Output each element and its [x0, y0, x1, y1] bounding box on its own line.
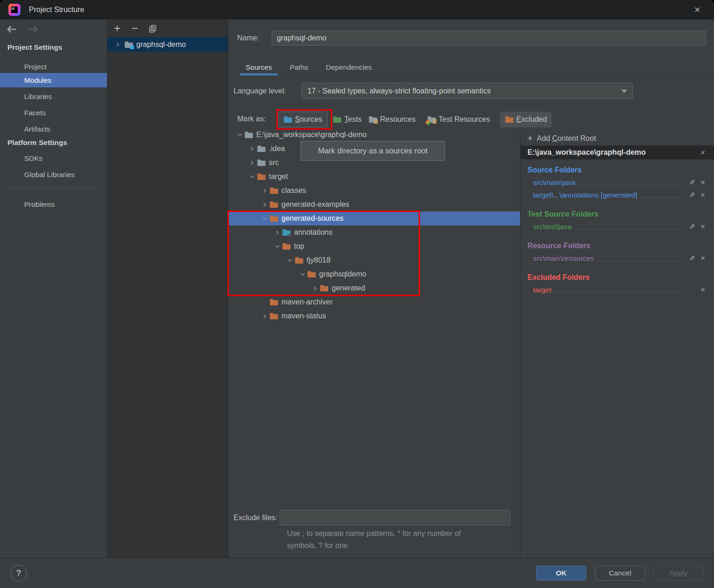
- sidebar-item-facets[interactable]: Facets: [0, 106, 107, 120]
- folder-icon: [269, 200, 279, 209]
- ok-button[interactable]: OK: [536, 566, 586, 581]
- sidebar-item-problems[interactable]: Problems: [0, 197, 107, 211]
- module-editor-panel: Name: Sources Paths Dependencies Languag…: [228, 20, 714, 558]
- content-roots-panel: + Add Content Root E:\java_workspace\gra…: [520, 132, 714, 558]
- folder-entry[interactable]: target\...\annotations [generated] ✎ ✕: [520, 189, 714, 201]
- sidebar-item-global-libraries[interactable]: Global Libraries: [0, 167, 107, 182]
- title-bar: IJ Project Structure ✕: [0, 0, 714, 20]
- folder-entry[interactable]: src\test\java ✎ ✕: [520, 220, 714, 233]
- apply-button: Apply: [653, 566, 704, 581]
- sidebar-item-artifacts[interactable]: Artifacts: [0, 122, 107, 136]
- folder-icon: [269, 186, 279, 195]
- tree-row[interactable]: generated-examples: [228, 198, 520, 211]
- folder-entry[interactable]: src\main\resources ✎ ✕: [520, 252, 714, 264]
- forward-arrow-icon[interactable]: [27, 23, 39, 35]
- folder-icon: [244, 130, 254, 139]
- exclude-hint-line1: Use ; to separate name patterns, * for a…: [287, 528, 461, 539]
- back-arrow-icon[interactable]: [6, 23, 18, 35]
- annotation-box-sources: [276, 109, 332, 130]
- modules-list-panel: graphsql-demo: [107, 20, 228, 558]
- dotted-leader: [574, 229, 685, 230]
- group-title: Excluded Folders: [520, 271, 714, 284]
- folder-icon: [257, 172, 266, 181]
- tab-dependencies[interactable]: Dependencies: [320, 59, 378, 75]
- mark-test-resources-button[interactable]: Test Resources: [427, 112, 490, 127]
- mark-tests-button[interactable]: Tests: [333, 112, 361, 127]
- sidebar-item-libraries[interactable]: Libraries: [0, 89, 107, 104]
- folder-entry[interactable]: src\main\java ✎ ✕: [520, 176, 714, 189]
- mark-resources-button[interactable]: Resources: [368, 112, 415, 127]
- help-button[interactable]: ?: [10, 565, 27, 581]
- close-icon[interactable]: ✕: [689, 0, 706, 20]
- remove-module-icon[interactable]: [130, 23, 140, 33]
- chevron-collapsed-icon[interactable]: [260, 311, 269, 321]
- folder-icon: [269, 297, 279, 307]
- remove-icon[interactable]: ✕: [698, 192, 708, 198]
- language-level-select[interactable]: 17 - Sealed types, always-strict floatin…: [301, 83, 633, 99]
- tree-row[interactable]: maven-archiver: [228, 295, 520, 309]
- chevron-expanded-icon[interactable]: [247, 172, 257, 181]
- module-badge: [130, 46, 134, 49]
- sidebar-item-modules[interactable]: Modules: [0, 73, 107, 87]
- section-project-settings: Project Settings: [7, 43, 62, 52]
- chevron-expanded-icon[interactable]: [235, 130, 244, 139]
- resources-badge: [374, 119, 378, 124]
- mark-excluded-button[interactable]: Excluded: [500, 112, 552, 127]
- tests-folder-icon: [333, 115, 342, 124]
- tab-sources[interactable]: Sources: [240, 59, 278, 75]
- remove-icon[interactable]: ✕: [698, 179, 708, 186]
- exclude-files-input[interactable]: [280, 510, 510, 525]
- chevron-collapsed-icon[interactable]: [260, 186, 269, 195]
- sidebar-divider: [7, 187, 100, 188]
- tree-row[interactable]: E:\java_workspace\graphql-demo: [228, 128, 520, 142]
- chevron-collapsed-icon[interactable]: [260, 200, 269, 209]
- resource-folders-group: Resource Folders src\main\resources ✎ ✕: [520, 239, 714, 264]
- cancel-button[interactable]: Cancel: [595, 566, 645, 581]
- folder-entry[interactable]: target ✎ ✕: [520, 284, 714, 296]
- remove-icon[interactable]: ✕: [698, 255, 708, 262]
- excluded-folder-icon: [505, 115, 514, 124]
- content-root-header[interactable]: E:\java_workspace\graphql-demo ✕: [520, 145, 714, 159]
- section-platform-settings: Platform Settings: [7, 139, 67, 147]
- sidebar-item-sdks[interactable]: SDKs: [0, 151, 107, 165]
- tooltip: Mark directory as a sources root: [300, 141, 445, 161]
- add-module-icon[interactable]: [112, 23, 122, 33]
- settings-sidebar: Project Settings Project Modules Librari…: [0, 20, 107, 558]
- edit-icon[interactable]: ✎: [687, 191, 698, 199]
- test-resources-badge: [433, 119, 437, 124]
- excluded-folders-group: Excluded Folders target ✎ ✕: [520, 271, 714, 296]
- remove-icon[interactable]: ✕: [698, 223, 708, 230]
- dotted-leader: [554, 292, 685, 293]
- edit-icon[interactable]: ✎: [687, 223, 698, 231]
- chevron-collapsed-icon[interactable]: [247, 144, 257, 153]
- dotted-leader: [596, 261, 685, 261]
- tree-row[interactable]: classes: [228, 184, 520, 198]
- dialog-footer: ? OK Cancel Apply: [0, 558, 714, 588]
- sidebar-item-project[interactable]: Project: [0, 59, 107, 74]
- folder-icon: [269, 311, 279, 321]
- mark-as-label: Mark as:: [237, 115, 266, 123]
- modules-toolbar: [107, 20, 228, 37]
- chevron-collapsed-icon[interactable]: [113, 40, 122, 49]
- edit-icon[interactable]: ✎: [687, 178, 698, 187]
- language-level-value: 17 - Sealed types, always-strict floatin…: [307, 87, 491, 95]
- module-name: graphsql-demo: [136, 40, 186, 49]
- chevron-collapsed-icon[interactable]: [247, 158, 257, 167]
- project-structure-dialog: IJ Project Structure ✕ Project Settings …: [0, 0, 714, 588]
- module-row[interactable]: graphsql-demo: [107, 37, 228, 52]
- edit-icon[interactable]: ✎: [687, 254, 698, 263]
- remove-icon[interactable]: ✕: [698, 286, 708, 293]
- remove-content-root-icon[interactable]: ✕: [698, 149, 708, 156]
- copy-module-icon[interactable]: [147, 23, 158, 33]
- name-label: Name:: [237, 34, 259, 42]
- tree-row[interactable]: target: [228, 170, 520, 184]
- plus-icon: +: [527, 133, 533, 144]
- chevron-down-icon: [621, 90, 627, 93]
- add-content-root-button[interactable]: + Add Content Root: [520, 132, 714, 145]
- tree-row[interactable]: maven-status: [228, 309, 520, 323]
- annotation-box-tree: [227, 211, 420, 296]
- chevron-spacer: [260, 297, 269, 307]
- tab-paths[interactable]: Paths: [284, 59, 314, 75]
- module-name-input[interactable]: [272, 31, 706, 46]
- resources-folder-icon: [368, 115, 378, 124]
